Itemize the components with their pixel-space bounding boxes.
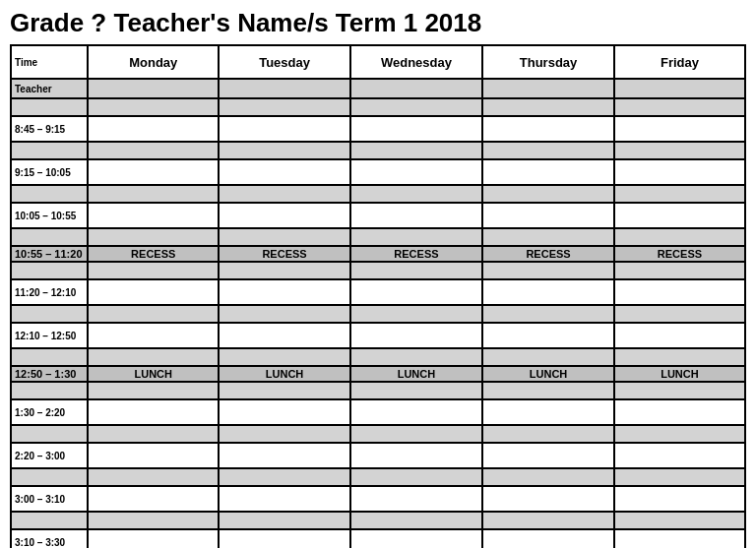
schedule-cell[interactable] — [614, 98, 745, 116]
schedule-cell[interactable] — [614, 512, 745, 529]
schedule-cell[interactable] — [88, 279, 219, 305]
schedule-cell[interactable] — [350, 262, 482, 279]
schedule-cell[interactable]: LUNCH — [614, 366, 745, 382]
schedule-cell[interactable] — [219, 98, 349, 116]
schedule-cell[interactable] — [614, 468, 745, 486]
schedule-cell[interactable] — [350, 348, 482, 366]
schedule-cell[interactable] — [219, 348, 349, 366]
schedule-cell[interactable] — [482, 228, 614, 246]
schedule-cell[interactable] — [88, 443, 219, 468]
schedule-cell[interactable] — [482, 279, 614, 305]
schedule-cell[interactable]: RECESS — [482, 246, 614, 262]
schedule-cell[interactable] — [88, 486, 219, 512]
schedule-cell[interactable] — [482, 443, 614, 468]
schedule-cell[interactable] — [219, 116, 349, 142]
schedule-cell[interactable]: LUNCH — [350, 366, 482, 382]
schedule-cell[interactable] — [350, 399, 482, 425]
schedule-cell[interactable]: RECESS — [614, 246, 745, 262]
schedule-cell[interactable] — [482, 382, 614, 399]
schedule-cell[interactable] — [482, 142, 614, 159]
schedule-cell[interactable] — [219, 279, 349, 305]
schedule-cell[interactable] — [614, 228, 745, 246]
schedule-cell[interactable] — [350, 116, 482, 142]
schedule-cell[interactable] — [614, 116, 745, 142]
schedule-cell[interactable] — [482, 323, 614, 348]
schedule-cell[interactable] — [350, 512, 482, 529]
schedule-cell[interactable] — [614, 443, 745, 468]
schedule-cell[interactable] — [482, 425, 614, 443]
schedule-cell[interactable] — [614, 323, 745, 348]
schedule-cell[interactable] — [219, 512, 349, 529]
schedule-cell[interactable] — [350, 443, 482, 468]
schedule-cell[interactable] — [88, 159, 219, 185]
schedule-cell[interactable] — [219, 425, 349, 443]
schedule-cell[interactable] — [614, 79, 745, 98]
schedule-cell[interactable] — [219, 529, 349, 548]
schedule-cell[interactable] — [219, 486, 349, 512]
schedule-cell[interactable] — [88, 512, 219, 529]
schedule-cell[interactable] — [482, 159, 614, 185]
schedule-cell[interactable] — [482, 203, 614, 228]
schedule-cell[interactable] — [219, 79, 349, 98]
schedule-cell[interactable] — [350, 228, 482, 246]
schedule-cell[interactable] — [350, 203, 482, 228]
schedule-cell[interactable] — [614, 425, 745, 443]
schedule-cell[interactable] — [482, 305, 614, 323]
schedule-cell[interactable] — [88, 262, 219, 279]
schedule-cell[interactable] — [350, 529, 482, 548]
schedule-cell[interactable]: RECESS — [219, 246, 349, 262]
schedule-cell[interactable] — [219, 443, 349, 468]
schedule-cell[interactable] — [350, 185, 482, 203]
schedule-cell[interactable] — [350, 486, 482, 512]
schedule-cell[interactable] — [482, 116, 614, 142]
schedule-cell[interactable] — [614, 348, 745, 366]
schedule-cell[interactable] — [88, 116, 219, 142]
schedule-cell[interactable] — [614, 203, 745, 228]
schedule-cell[interactable] — [350, 98, 482, 116]
schedule-cell[interactable] — [350, 142, 482, 159]
schedule-cell[interactable] — [482, 486, 614, 512]
schedule-cell[interactable] — [350, 159, 482, 185]
schedule-cell[interactable] — [350, 79, 482, 98]
schedule-cell[interactable] — [614, 382, 745, 399]
schedule-cell[interactable] — [88, 348, 219, 366]
schedule-cell[interactable] — [219, 399, 349, 425]
schedule-cell[interactable] — [219, 382, 349, 399]
schedule-cell[interactable] — [482, 468, 614, 486]
schedule-cell[interactable] — [219, 228, 349, 246]
schedule-cell[interactable] — [482, 79, 614, 98]
schedule-cell[interactable] — [219, 305, 349, 323]
schedule-cell[interactable] — [88, 185, 219, 203]
schedule-cell[interactable]: RECESS — [88, 246, 219, 262]
schedule-cell[interactable] — [350, 468, 482, 486]
schedule-cell[interactable] — [219, 468, 349, 486]
schedule-cell[interactable] — [482, 529, 614, 548]
schedule-cell[interactable] — [88, 98, 219, 116]
schedule-cell[interactable] — [614, 486, 745, 512]
schedule-cell[interactable] — [88, 425, 219, 443]
schedule-cell[interactable] — [614, 185, 745, 203]
schedule-cell[interactable] — [219, 185, 349, 203]
schedule-cell[interactable] — [614, 529, 745, 548]
schedule-cell[interactable] — [482, 348, 614, 366]
schedule-cell[interactable] — [88, 305, 219, 323]
schedule-cell[interactable] — [219, 323, 349, 348]
schedule-cell[interactable]: LUNCH — [219, 366, 349, 382]
schedule-cell[interactable] — [219, 203, 349, 228]
schedule-cell[interactable] — [350, 382, 482, 399]
schedule-cell[interactable] — [219, 142, 349, 159]
schedule-cell[interactable] — [88, 468, 219, 486]
schedule-cell[interactable]: LUNCH — [88, 366, 219, 382]
schedule-cell[interactable] — [614, 305, 745, 323]
schedule-cell[interactable] — [88, 382, 219, 399]
schedule-cell[interactable] — [482, 262, 614, 279]
schedule-cell[interactable]: LUNCH — [482, 366, 614, 382]
schedule-cell[interactable] — [350, 279, 482, 305]
schedule-cell[interactable] — [614, 279, 745, 305]
schedule-cell[interactable] — [482, 512, 614, 529]
schedule-cell[interactable] — [614, 159, 745, 185]
schedule-cell[interactable] — [482, 185, 614, 203]
schedule-cell[interactable] — [219, 262, 349, 279]
schedule-cell[interactable] — [614, 399, 745, 425]
schedule-cell[interactable] — [88, 203, 219, 228]
